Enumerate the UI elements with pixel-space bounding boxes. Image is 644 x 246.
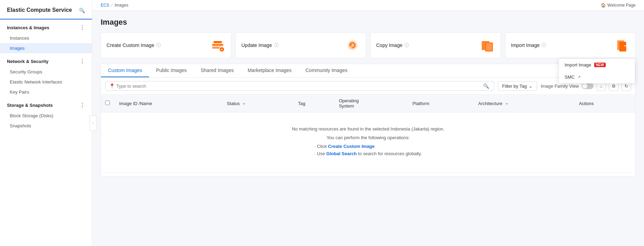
external-link-icon: ↗ [577,75,581,79]
copy-image-card[interactable]: Copy Image ⓘ [370,32,501,58]
svg-rect-12 [619,42,626,51]
sidebar-item-snapshots[interactable]: Snapshots [0,121,92,131]
filter-by-tag-button[interactable]: Filter by Tag ⌄ [498,81,537,91]
tab-community-images[interactable]: Community Images [298,64,355,77]
sidebar-section-storage-snapshots: Storage & Snapshots ⋮ [0,97,92,111]
sidebar-collapse-button[interactable]: ‹ [90,116,96,131]
tab-marketplace-images[interactable]: Marketplace Images [241,64,298,77]
svg-marker-14 [627,45,629,47]
search-submit-icon[interactable]: 🔍 [482,83,490,89]
toolbar-row: 📍 🔍 Filter by Tag ⌄ Image Family View ↓ … [101,78,635,95]
sidebar-item-instances[interactable]: Instances [0,33,92,43]
architecture-sort-icon: ▼ [505,102,509,106]
main-content: ECS / Images 🏠 Welcome Page Images Creat… [92,0,644,246]
import-image-card[interactable]: Import Image ⓘ Import Image NEW [505,32,636,58]
search-input[interactable] [116,84,482,89]
tab-custom-images[interactable]: Custom Images [101,64,149,77]
sidebar-section-menu-icon[interactable]: ⋮ [79,24,85,31]
import-dropdown: Import Image NEW SMC ↗ [559,58,635,84]
topbar: ECS / Images 🏠 Welcome Page [92,0,644,11]
action-cards-row: Create Custom Image ⓘ + [101,32,636,58]
svg-rect-10 [486,43,492,51]
col-status[interactable]: Status ▼ [223,95,294,112]
home-icon: 🏠 [601,3,606,8]
content-area: Images Create Custom Image ⓘ + [92,11,644,246]
tabs-row: Custom Images Public Images Shared Image… [101,64,635,78]
sidebar-item-key-pairs[interactable]: Key Pairs [0,87,92,97]
sidebar: Elastic Compute Service 🔍 Instances & Im… [0,0,92,246]
empty-state-action-1: Click Create Custom Image [315,144,422,149]
update-image-icon [345,38,360,53]
breadcrumb-separator: / [111,3,112,8]
smc-dropdown-item[interactable]: SMC ↗ [559,71,635,83]
import-image-dropdown-item[interactable]: Import Image NEW [559,59,635,71]
empty-state: No matching resources are found in the s… [101,112,635,172]
sidebar-item-security-groups[interactable]: Security Groups [0,67,92,77]
status-sort-icon: ▼ [242,102,246,106]
import-image-help-icon[interactable]: ⓘ [542,42,546,48]
sidebar-search-icon[interactable]: 🔍 [79,8,85,13]
breadcrumb: ECS / Images [101,3,128,8]
create-custom-image-card[interactable]: Create Custom Image ⓘ + [101,32,231,58]
update-image-help-icon[interactable]: ⓘ [274,42,279,48]
svg-text:+: + [221,48,223,51]
page-title: Images [101,18,636,27]
image-family-view-switch[interactable] [582,83,593,89]
sidebar-section-menu-icon-3[interactable]: ⋮ [79,102,85,109]
svg-rect-2 [214,41,222,43]
tab-shared-images[interactable]: Shared Images [194,64,241,77]
create-custom-image-help-icon[interactable]: ⓘ [156,42,161,48]
col-tag: Tag [294,95,335,112]
sidebar-section-menu-icon-2[interactable]: ⋮ [79,58,85,65]
global-search-link[interactable]: Global Search [326,151,357,156]
sidebar-item-images[interactable]: Images [0,43,92,53]
welcome-page-link[interactable]: 🏠 Welcome Page [601,3,636,8]
create-custom-image-icon: + [210,38,225,53]
empty-state-action-2: Use Global Search to search for resource… [315,151,422,156]
import-image-icon [614,38,630,53]
new-badge: NEW [594,63,606,67]
col-operating-system: OperatingSystem [335,95,408,112]
copy-image-icon [480,38,495,53]
sidebar-item-eni[interactable]: Elastic Network Interfaces [0,77,92,87]
chevron-down-icon: ⌄ [529,84,533,89]
search-box[interactable]: 📍 🔍 [105,81,494,91]
tabs-table-container: Custom Images Public Images Shared Image… [101,64,636,177]
sidebar-section-instances-images: Instances & Images ⋮ [0,19,92,33]
location-icon: 📍 [109,83,115,89]
create-custom-image-link[interactable]: Create Custom Image [328,144,375,149]
svg-rect-0 [212,44,223,46]
col-architecture[interactable]: Architecture ▼ [474,95,575,112]
sidebar-title: Elastic Compute Service [0,0,92,19]
tab-public-images[interactable]: Public Images [149,64,194,77]
update-image-card[interactable]: Update Image ⓘ [235,32,366,58]
col-platform: Platform [408,95,474,112]
select-all-checkbox[interactable] [105,101,110,105]
sidebar-item-block-storage[interactable]: Block Storage (Disks) [0,111,92,121]
horizontal-scrollbar[interactable] [101,172,635,176]
breadcrumb-ecs[interactable]: ECS [101,3,109,8]
sidebar-section-network-security: Network & Security ⋮ [0,53,92,67]
images-table: Image ID /Name Status ▼ Tag OperatingSys… [101,95,635,172]
col-image-id-name: Image ID /Name [115,95,223,112]
copy-image-help-icon[interactable]: ⓘ [404,42,409,48]
col-actions: Actions [575,95,635,112]
breadcrumb-images: Images [115,3,128,8]
